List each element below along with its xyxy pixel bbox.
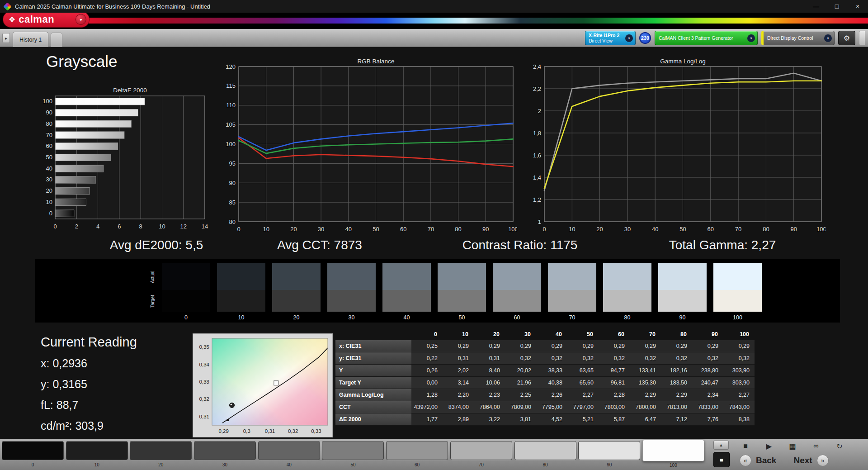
table-cell: 2,20 (443, 389, 474, 401)
axis-tick-label: 20 (596, 226, 603, 233)
table-row-label: ΔE 2000 (335, 413, 411, 426)
measurement-table: 0102030405060708090100x: CIE310,250,290,… (335, 328, 755, 426)
meter-count-badge[interactable]: 239 (639, 32, 651, 44)
axis-tick-label: 0,33 (199, 379, 209, 385)
save-icon[interactable]: ▦ (784, 440, 801, 452)
calman-app-window: Calman 2025 Calman Ultimate for Business… (0, 0, 868, 470)
avg-cct-stat: Avg CCT: 7873 (229, 238, 410, 252)
axis-tick-label: 30 (624, 226, 631, 233)
patch-button-50[interactable]: 50 (322, 441, 384, 468)
grayscale-swatch-40: 40 (382, 263, 431, 321)
grayscale-swatch-strip: Actual Target 0102030405060708090100 (35, 259, 840, 323)
table-row-label: CCT (335, 401, 411, 413)
patch-button-10[interactable]: 10 (66, 441, 128, 468)
table-cell: 65,60 (567, 377, 599, 389)
axis-tick-label: 60 (708, 226, 714, 233)
rgb-balance-chart: 8085909510010511011512001020304050607080… (222, 65, 517, 234)
patch-level-label: 0 (2, 462, 64, 467)
table-cell: 5,87 (599, 413, 630, 426)
table-cell: 7,12 (661, 413, 692, 426)
swatch-actual-color (548, 263, 596, 290)
axis-tick-label: 2,2 (533, 85, 541, 92)
table-cell: 21,96 (505, 377, 536, 389)
logo-menu-button[interactable]: ▾ (75, 14, 86, 25)
next-button[interactable]: Next (793, 456, 812, 465)
axis-tick-label: 20 (46, 187, 52, 194)
table-cell: 135,30 (630, 377, 661, 389)
axis-tick-label: 105 (226, 121, 236, 128)
cie-chromaticity-chart: 0,290,30,310,320,330,310,320,330,340,35 (193, 334, 333, 438)
maximize-button[interactable]: □ (826, 0, 847, 13)
patch-button-30[interactable]: 30 (194, 441, 256, 468)
new-tab-button[interactable] (51, 33, 62, 47)
continuous-loop-icon[interactable]: ∞ (807, 440, 825, 452)
brand-bar: ❖ calman ▾ (0, 13, 868, 29)
minimize-button[interactable]: — (806, 0, 826, 13)
deltae-bar-80 (55, 120, 131, 127)
axis-tick-label: 90 (482, 226, 489, 233)
transport-controls: ■▶▦∞↻ (737, 440, 848, 452)
panel-collapse-button[interactable]: ▲ (713, 441, 729, 450)
patch-color (194, 441, 256, 460)
patch-button-60[interactable]: 60 (386, 441, 448, 468)
axis-tick-label: 14 (202, 223, 208, 230)
patch-level-label: 100 (642, 463, 704, 468)
table-cell: 4,52 (536, 413, 567, 426)
arrow-up-icon: ▲ (719, 443, 723, 447)
stop-icon[interactable]: ■ (737, 440, 754, 452)
meter-dropdown[interactable]: X-Rite i1Pro 2 Direct View ▾ (585, 31, 636, 45)
patch-button-40[interactable]: 40 (258, 441, 320, 468)
patch-button-80[interactable]: 80 (514, 441, 576, 468)
tab-bar: ▸ History 1 X-Rite i1Pro 2 Direct View ▾… (0, 29, 868, 47)
table-row: Y0,262,028,4020,0238,3363,6594,77133,411… (335, 365, 755, 377)
close-button[interactable]: × (847, 0, 868, 13)
table-cell: 2,29 (630, 389, 661, 401)
navigation-controls: « Back Next » (740, 455, 829, 466)
table-row-label: x: CIE31 (335, 340, 411, 352)
table-cell: 7795,00 (536, 401, 567, 413)
swatch-actual-color (493, 263, 541, 290)
tab-history-1[interactable]: History 1 (13, 32, 48, 47)
deltae-bar-90 (55, 109, 138, 116)
table-cell: 8,38 (723, 413, 755, 426)
patch-level-label: 40 (258, 462, 320, 467)
table-cell: 0,25 (411, 340, 443, 352)
table-cell: 2,29 (661, 389, 692, 401)
patch-color (2, 441, 64, 460)
pattern-window-button[interactable]: ■ (713, 452, 730, 467)
patch-button-0[interactable]: 0 (2, 441, 64, 468)
table-col-header: 80 (661, 328, 692, 340)
patch-button-20[interactable]: 20 (130, 441, 192, 468)
table-row-label: y: CIE31 (335, 352, 411, 365)
axis-tick-label: 0,29 (218, 428, 228, 434)
deltae-bar-50 (55, 154, 111, 161)
table-col-header: 30 (505, 328, 536, 340)
arrow-right-icon: ▸ (5, 36, 7, 41)
table-cell: 2,25 (505, 389, 536, 401)
grayscale-swatch-90: 90 (658, 263, 707, 321)
play-icon[interactable]: ▶ (760, 440, 778, 452)
patch-level-label: 70 (450, 462, 512, 467)
pattern-generator-dropdown[interactable]: CalMAN Client 3 Pattern Generator ▾ (655, 31, 758, 45)
axis-tick-label: 0,32 (199, 396, 209, 402)
current-reading-cdm2: cd/m²: 303,9 (41, 419, 137, 432)
table-row-label: Gamma Log/Log (335, 389, 411, 401)
toolbar-overflow[interactable] (859, 31, 865, 45)
back-button[interactable]: Back (756, 456, 776, 465)
patch-button-90[interactable]: 90 (578, 441, 640, 468)
refresh-icon[interactable]: ↻ (831, 440, 848, 452)
back-chevron-button[interactable]: « (740, 455, 751, 466)
swatch-actual-color (603, 263, 651, 290)
axis-tick-label: 80 (455, 226, 461, 233)
patch-button-100[interactable]: 100 (642, 441, 704, 468)
calman-logo-button[interactable]: ❖ calman ▾ (3, 11, 90, 28)
table-col-header: 70 (630, 328, 661, 340)
grayscale-swatch-60: 60 (493, 263, 541, 321)
page-nav-button[interactable]: ▸ (2, 33, 10, 43)
settings-button[interactable]: ⚙ (838, 31, 855, 45)
patch-color (130, 441, 192, 460)
display-control-dropdown[interactable]: Direct Display Control ▾ (761, 31, 835, 45)
axis-tick-label: 50 (373, 226, 379, 233)
next-chevron-button[interactable]: » (817, 455, 829, 466)
patch-button-70[interactable]: 70 (450, 441, 512, 468)
